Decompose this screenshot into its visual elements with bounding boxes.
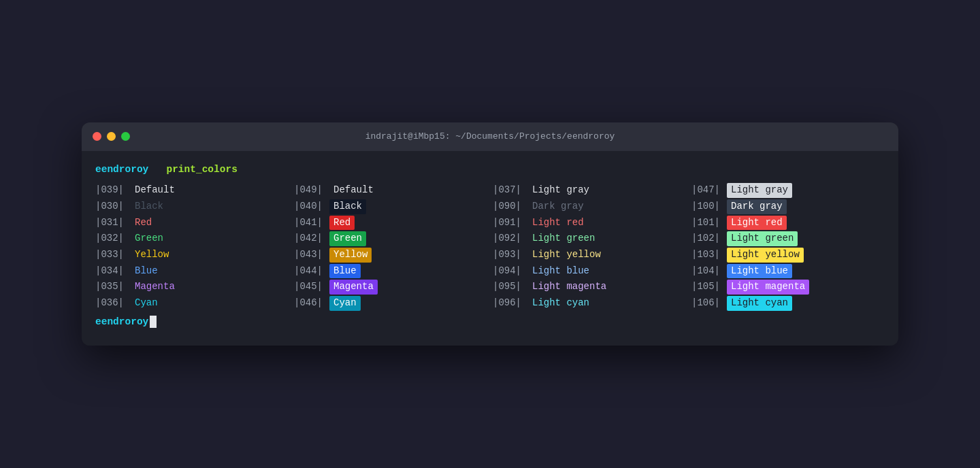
row-032: |032| Green <box>95 231 289 247</box>
row-040: |040| Black <box>294 199 487 215</box>
close-button[interactable] <box>93 132 101 141</box>
command-line: eendroroy print_colors <box>95 162 885 177</box>
titlebar: indrajit@iMbp15: ~/Documents/Projects/ee… <box>82 122 898 151</box>
traffic-lights <box>93 132 130 141</box>
col-4: |047| Light gray |100| Dark gray |101| L… <box>691 182 885 312</box>
col-3: |037| Light gray |090| Dark gray |091| L… <box>493 182 686 312</box>
row-044: |044| Blue <box>294 263 487 280</box>
row-046: |046| Cyan <box>294 295 487 312</box>
cursor-line: eendroroy <box>95 314 885 329</box>
row-043: |043| Yellow <box>294 247 487 263</box>
terminal-window: indrajit@iMbp15: ~/Documents/Projects/ee… <box>82 122 898 346</box>
row-031: |031| Red <box>95 215 289 231</box>
row-101: |101| Light red <box>691 215 885 231</box>
col-1: |039| Default |030| Black |031| Red |032… <box>95 182 289 312</box>
row-100: |100| Dark gray <box>691 199 885 215</box>
row-103: |103| Light yellow <box>691 247 885 263</box>
row-042: |042| Green <box>294 231 487 247</box>
maximize-button[interactable] <box>121 132 130 141</box>
row-105: |105| Light magenta <box>691 279 885 295</box>
cursor-prompt: eendroroy <box>95 314 148 329</box>
row-093: |093| Light yellow <box>493 247 686 263</box>
row-104: |104| Light blue <box>691 263 885 280</box>
row-049: |049| Default <box>294 182 487 199</box>
row-036: |036| Cyan <box>95 295 289 312</box>
row-045: |045| Magenta <box>294 279 487 295</box>
row-092: |092| Light green <box>493 231 686 247</box>
row-094: |094| Light blue <box>493 263 686 280</box>
col-2: |049| Default |040| Black |041| Red |042… <box>294 182 487 312</box>
row-035: |035| Magenta <box>95 279 289 295</box>
row-033: |033| Yellow <box>95 247 289 263</box>
row-091: |091| Light red <box>493 215 686 231</box>
cursor-block <box>150 316 157 328</box>
row-047: |047| Light gray <box>691 182 885 199</box>
row-039: |039| Default <box>95 182 289 199</box>
prompt-command: eendroroy <box>95 164 148 175</box>
row-030: |030| Black <box>95 199 289 215</box>
row-102: |102| Light green <box>691 231 885 247</box>
row-106: |106| Light cyan <box>691 295 885 312</box>
color-table: |039| Default |030| Black |031| Red |032… <box>95 182 885 312</box>
row-037: |037| Light gray <box>493 182 686 199</box>
row-095: |095| Light magenta <box>493 279 686 295</box>
row-041: |041| Red <box>294 215 487 231</box>
window-title: indrajit@iMbp15: ~/Documents/Projects/ee… <box>365 131 615 141</box>
row-090: |090| Dark gray <box>493 199 686 215</box>
terminal-body: eendroroy print_colors |039| Default |03… <box>82 151 898 346</box>
row-034: |034| Blue <box>95 263 289 280</box>
prompt-argument: print_colors <box>166 164 237 175</box>
minimize-button[interactable] <box>107 132 116 141</box>
row-096: |096| Light cyan <box>493 295 686 312</box>
